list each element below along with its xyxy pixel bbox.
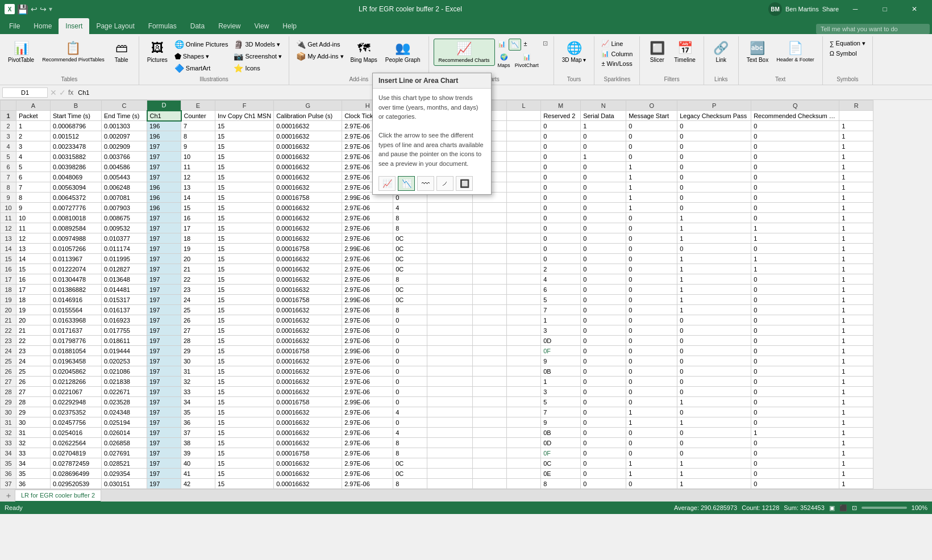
cell-l-9[interactable]: [507, 193, 541, 203]
cell-m-13[interactable]: 0: [541, 233, 581, 244]
tab-home[interactable]: Home: [27, 18, 59, 34]
cell-b-17[interactable]: 0.01304478: [51, 274, 102, 285]
cell-g-30[interactable]: 0.00016632: [274, 407, 342, 417]
cell-p-4[interactable]: 0: [677, 141, 751, 152]
cell-r-28[interactable]: 1: [839, 387, 873, 397]
link-button[interactable]: 🔗 Link: [709, 39, 734, 65]
col-header-a[interactable]: A: [16, 101, 51, 111]
cell-g-8[interactable]: 0.00016632: [274, 182, 342, 193]
cell-c-10[interactable]: 0.007903: [102, 203, 147, 213]
cell-c-34[interactable]: 0.027691: [102, 448, 147, 458]
cell-m-20[interactable]: 7: [541, 305, 581, 315]
cell-p-14[interactable]: 0: [677, 244, 751, 254]
slicer-button[interactable]: 🔲 Slicer: [644, 39, 669, 65]
cell-r-5[interactable]: 1: [839, 152, 873, 162]
cell-j-18[interactable]: [427, 285, 473, 295]
cell-l-21[interactable]: [507, 315, 541, 325]
cell-p-36[interactable]: 1: [677, 469, 751, 479]
cell-l-23[interactable]: [507, 336, 541, 346]
cell-c-15[interactable]: 0.011995: [102, 254, 147, 264]
cell-r-3[interactable]: 1: [839, 131, 873, 141]
cell-o-35[interactable]: 1: [626, 458, 677, 469]
cell-f-8[interactable]: 15: [215, 182, 274, 193]
cell-o-15[interactable]: 0: [626, 254, 677, 264]
cell-j-30[interactable]: [427, 407, 473, 417]
cell-m-10[interactable]: 0: [541, 203, 581, 213]
cell-f-4[interactable]: 15: [215, 141, 274, 152]
cell-g-6[interactable]: 0.00016632: [274, 162, 342, 172]
cell-i-20[interactable]: 8: [393, 305, 427, 315]
cell-n-30[interactable]: 0: [581, 407, 626, 417]
winloss-chart-button[interactable]: ±: [522, 39, 529, 51]
cell-b-6[interactable]: 0.00398286: [51, 162, 102, 172]
cell-b-21[interactable]: 0.01633968: [51, 315, 102, 325]
cell-m-5[interactable]: 0: [541, 152, 581, 162]
cell-f-34[interactable]: 15: [215, 448, 274, 458]
cell-c-28[interactable]: 0.022671: [102, 387, 147, 397]
cell-a-36[interactable]: 35: [16, 469, 51, 479]
cell-e-25[interactable]: 30: [181, 356, 215, 366]
cell-f-3[interactable]: 15: [215, 131, 274, 141]
cell-a-14[interactable]: 13: [16, 244, 51, 254]
cell-n-36[interactable]: 0: [581, 469, 626, 479]
cell-f-28[interactable]: 15: [215, 387, 274, 397]
cell-o-19[interactable]: 0: [626, 295, 677, 305]
cell-e-15[interactable]: 20: [181, 254, 215, 264]
cell-f-36[interactable]: 15: [215, 469, 274, 479]
header-r[interactable]: [839, 111, 873, 121]
cell-f-6[interactable]: 15: [215, 162, 274, 172]
cell-a-17[interactable]: 16: [16, 274, 51, 285]
cell-h-32[interactable]: 2.97E-06: [342, 428, 393, 438]
tab-data[interactable]: Data: [184, 18, 211, 34]
cell-j-28[interactable]: [427, 387, 473, 397]
cell-p-30[interactable]: 0: [677, 407, 751, 417]
cell-c-27[interactable]: 0.021838: [102, 377, 147, 387]
new-sheet-button[interactable]: ＋: [2, 490, 15, 502]
cell-h-17[interactable]: 2.97E-06: [342, 274, 393, 285]
cell-b-22[interactable]: 0.0171637: [51, 325, 102, 336]
close-button[interactable]: ✕: [901, 0, 927, 18]
cell-i-12[interactable]: 8: [393, 223, 427, 233]
cell-e-5[interactable]: 10: [181, 152, 215, 162]
cell-d-6[interactable]: 197: [147, 162, 181, 172]
cell-g-4[interactable]: 0.00016632: [274, 141, 342, 152]
cell-o-24[interactable]: 0: [626, 346, 677, 356]
cell-n-37[interactable]: 0: [581, 479, 626, 489]
cell-p-2[interactable]: 0: [677, 121, 751, 131]
cell-o-6[interactable]: 1: [626, 162, 677, 172]
cell-j-32[interactable]: [427, 428, 473, 438]
cell-m-6[interactable]: 0: [541, 162, 581, 172]
cell-b-14[interactable]: 0.01057266: [51, 244, 102, 254]
header-l[interactable]: [507, 111, 541, 121]
header-f[interactable]: Inv Copy Ch1 MSN: [215, 111, 274, 121]
cell-a-37[interactable]: 36: [16, 479, 51, 489]
cell-k-23[interactable]: [473, 336, 507, 346]
cell-b-4[interactable]: 0.00233478: [51, 141, 102, 152]
cell-f-15[interactable]: 15: [215, 254, 274, 264]
cell-m-30[interactable]: 7: [541, 407, 581, 417]
cell-r-37[interactable]: 1: [839, 479, 873, 489]
cell-q-3[interactable]: 0: [751, 131, 839, 141]
cell-o-16[interactable]: 0: [626, 264, 677, 274]
cell-o-18[interactable]: 0: [626, 285, 677, 295]
cell-n-21[interactable]: 0: [581, 315, 626, 325]
cell-q-28[interactable]: 0: [751, 387, 839, 397]
cell-n-8[interactable]: 0: [581, 182, 626, 193]
cell-e-12[interactable]: 17: [181, 223, 215, 233]
cell-b-20[interactable]: 0.0155564: [51, 305, 102, 315]
undo-button[interactable]: ↩: [31, 5, 38, 14]
cell-q-22[interactable]: 0: [751, 325, 839, 336]
cell-f-32[interactable]: 15: [215, 428, 274, 438]
cell-e-30[interactable]: 35: [181, 407, 215, 417]
cell-j-11[interactable]: [427, 213, 473, 223]
col-header-r[interactable]: R: [839, 101, 873, 111]
cell-d-8[interactable]: 196: [147, 182, 181, 193]
cell-i-31[interactable]: 0: [393, 417, 427, 428]
cell-h-20[interactable]: 2.97E-06: [342, 305, 393, 315]
cell-m-34[interactable]: 0F: [541, 448, 581, 458]
header-n[interactable]: Serial Data: [581, 111, 626, 121]
cell-b-34[interactable]: 0.02704819: [51, 448, 102, 458]
cell-a-29[interactable]: 28: [16, 397, 51, 407]
cell-l-18[interactable]: [507, 285, 541, 295]
cell-m-2[interactable]: 0: [541, 121, 581, 131]
